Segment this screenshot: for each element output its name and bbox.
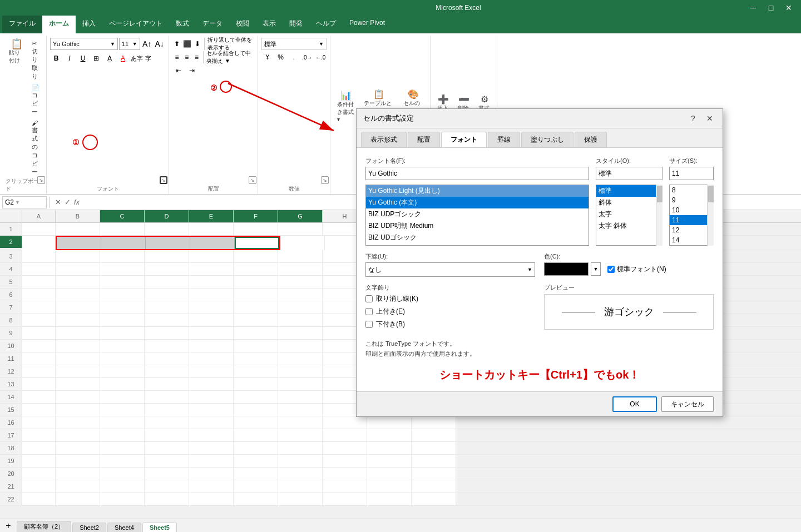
minimize-btn[interactable]: ─	[745, 0, 761, 16]
row-header-15[interactable]: 15	[0, 404, 22, 416]
col-header-f[interactable]: F	[234, 210, 278, 222]
std-font-checkbox[interactable]	[607, 266, 615, 273]
dialog-tab-fill[interactable]: 塗りつぶし	[521, 132, 573, 147]
strikethrough-checkbox[interactable]	[365, 295, 373, 302]
cell-d13[interactable]	[145, 378, 189, 390]
bold-btn[interactable]: B	[50, 52, 62, 64]
merge-center-btn[interactable]: セルを結合して中央揃え ▼	[206, 51, 254, 63]
cell-d7[interactable]	[145, 301, 189, 314]
ribbon-tab-view[interactable]: 表示	[256, 16, 283, 33]
ribbon-tab-page-layout[interactable]: ページレイアウト	[102, 16, 169, 33]
cell-d1[interactable]	[145, 223, 189, 235]
active-cell-g2[interactable]	[235, 237, 279, 249]
row-header-17[interactable]: 17	[0, 429, 22, 441]
cell-e15[interactable]	[189, 404, 234, 416]
decrease-font-btn[interactable]: A↓	[154, 38, 165, 50]
cell-b16[interactable]	[56, 416, 100, 429]
cell-d4[interactable]	[145, 263, 189, 275]
cell-e19[interactable]	[189, 455, 234, 467]
ribbon-tab-help[interactable]: ヘルプ	[309, 16, 343, 33]
row-header-2[interactable]: 2	[0, 236, 22, 248]
cell-f5[interactable]	[234, 276, 278, 288]
cell-c19[interactable]	[100, 455, 145, 467]
cell-h17[interactable]	[323, 429, 367, 441]
cell-e4[interactable]	[189, 263, 234, 275]
underline-btn[interactable]: U	[77, 52, 89, 64]
cancel-formula-icon[interactable]: ✕	[55, 198, 61, 206]
cell-c20[interactable]	[100, 468, 145, 480]
col-header-e[interactable]: E	[189, 210, 234, 222]
cell-f16[interactable]	[234, 416, 278, 429]
font-list-item-yugothic-light[interactable]: Yu Gothic Light (見出し)	[366, 185, 589, 197]
sheet-tab-4[interactable]: Sheet4	[107, 523, 141, 532]
cell-b4[interactable]	[56, 263, 100, 275]
cell-g10[interactable]	[278, 340, 323, 352]
underline-selector[interactable]: なし ▼	[365, 262, 535, 277]
align-top-btn[interactable]: ⬆	[172, 38, 181, 50]
cell-b15[interactable]	[56, 404, 100, 416]
cell-e18[interactable]	[189, 442, 234, 454]
style-list-standard[interactable]: 標準	[596, 185, 662, 197]
cell-g7[interactable]	[278, 301, 323, 314]
row-header-18[interactable]: 18	[0, 442, 22, 454]
increase-decimal-btn[interactable]: .0→	[301, 51, 313, 63]
cell-b1[interactable]	[56, 223, 100, 235]
cell-c14[interactable]	[100, 391, 145, 403]
ribbon-tab-file[interactable]: ファイル	[2, 16, 42, 33]
color-dropdown-arrow[interactable]: ▼	[591, 262, 601, 276]
number-launcher[interactable]: ↘	[321, 176, 329, 184]
cell-e1[interactable]	[189, 223, 234, 235]
cell-ref-box[interactable]: G2 ▼	[2, 196, 47, 208]
cell-f17[interactable]	[234, 429, 278, 441]
cell-d8[interactable]	[145, 314, 189, 326]
cell-e14[interactable]	[189, 391, 234, 403]
cell-f10[interactable]	[234, 340, 278, 352]
cell-f13[interactable]	[234, 378, 278, 390]
font-list-item-bizudpm[interactable]: BIZ UDP明朝 Medium	[366, 220, 589, 232]
cell-h22[interactable]	[323, 493, 367, 505]
cell-i20[interactable]	[367, 468, 412, 480]
cell-a3[interactable]	[22, 250, 56, 262]
cell-c21[interactable]	[100, 480, 145, 493]
ribbon-tab-dev[interactable]: 開発	[283, 16, 309, 33]
cell-g19[interactable]	[278, 455, 323, 467]
dialog-tab-format[interactable]: 表示形式	[361, 132, 407, 147]
cell-a15[interactable]	[22, 404, 56, 416]
cell-f7[interactable]	[234, 301, 278, 314]
cell-b19[interactable]	[56, 455, 100, 467]
ribbon-tab-data[interactable]: データ	[196, 16, 229, 33]
cell-d20[interactable]	[145, 468, 189, 480]
cell-h2[interactable]	[280, 236, 325, 250]
cell-e12[interactable]	[189, 365, 234, 377]
sheet-tab-5[interactable]: Sheet5	[142, 523, 177, 532]
align-bottom-btn[interactable]: ⬇	[193, 38, 202, 50]
font-size-text-btn[interactable]: あ字	[130, 52, 144, 64]
cell-d5[interactable]	[145, 276, 189, 288]
cell-d19[interactable]	[145, 455, 189, 467]
cell-f21[interactable]	[234, 480, 278, 493]
cell-d10[interactable]	[145, 340, 189, 352]
cell-a17[interactable]	[22, 429, 56, 441]
cell-c6[interactable]	[100, 289, 145, 301]
ribbon-tab-review[interactable]: 校閲	[229, 16, 256, 33]
clipboard-launcher[interactable]: ↘	[37, 176, 45, 184]
fill-color-btn[interactable]: A̲	[103, 52, 116, 64]
font-name-dropdown[interactable]: ▼	[110, 41, 115, 47]
row-header-20[interactable]: 20	[0, 468, 22, 480]
cell-f9[interactable]	[234, 327, 278, 339]
wrap-text-btn[interactable]: 折り返して全体を表示する	[207, 38, 254, 50]
row-header-1[interactable]: 1	[0, 223, 22, 235]
cell-e10[interactable]	[189, 340, 234, 352]
cell-f12[interactable]	[234, 365, 278, 377]
cell-j20[interactable]	[412, 468, 456, 480]
add-sheet-btn[interactable]: +	[2, 520, 14, 532]
merged-cell-c2-g2[interactable]	[56, 236, 280, 250]
cell-d11[interactable]	[145, 352, 189, 365]
cell-d22[interactable]	[145, 493, 189, 505]
cell-g17[interactable]	[278, 429, 323, 441]
cell-h16[interactable]	[323, 416, 367, 429]
cell-d9[interactable]	[145, 327, 189, 339]
cell-a12[interactable]	[22, 365, 56, 377]
cell-c12[interactable]	[100, 365, 145, 377]
cell-g4[interactable]	[278, 263, 323, 275]
